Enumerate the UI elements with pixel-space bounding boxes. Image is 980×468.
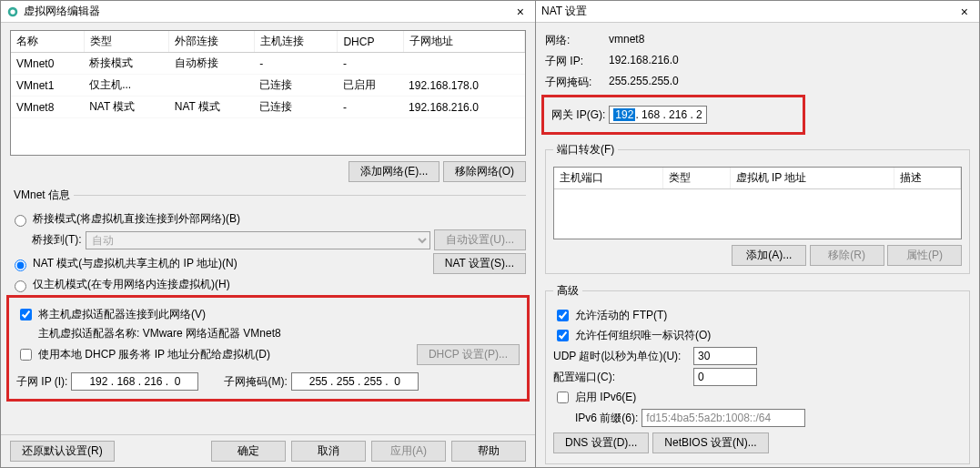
bridged-to-label: 桥接到(T): (32, 232, 82, 248)
subnet-mask-input[interactable] (291, 372, 419, 391)
col-type[interactable]: 类型 (663, 168, 730, 189)
port-forward-legend: 端口转发(F) (553, 142, 618, 158)
udp-timeout-label: UDP 超时(以秒为单位)(U): (553, 349, 690, 364)
help-button[interactable]: 帮助 (451, 441, 526, 462)
remove-network-button[interactable]: 移除网络(O) (443, 161, 526, 182)
dns-settings-button[interactable]: DNS 设置(D)... (553, 432, 649, 453)
ok-button[interactable]: 确定 (211, 441, 286, 462)
nat-settings-button[interactable]: NAT 设置(S)... (433, 253, 526, 274)
port-forward-table-container: 主机端口 类型 虚拟机 IP 地址 描述 (553, 167, 962, 239)
udp-timeout-input[interactable] (693, 347, 757, 365)
virtual-network-editor-window: 虚拟网络编辑器 × 名称 类型 外部连接 主机连接 DHCP 子网地址 (0, 0, 536, 468)
app-icon (6, 5, 19, 18)
netbios-settings-button[interactable]: NetBIOS 设置(N)... (652, 432, 768, 453)
gateway-highlight: 网关 IP(G): 192 . 168 . 216 . 2 (541, 95, 805, 135)
col-subnet[interactable]: 子网地址 (403, 31, 524, 53)
config-port-label: 配置端口(C): (553, 370, 690, 385)
gateway-ip-input[interactable]: 192 . 168 . 216 . 2 (609, 106, 706, 124)
adapter-name-line: 主机虚拟适配器名称: VMware 网络适配器 VMnet8 (38, 326, 520, 341)
col-host[interactable]: 主机连接 (254, 31, 338, 53)
col-external[interactable]: 外部连接 (169, 31, 255, 53)
table-row[interactable]: VMnet1仅主机...已连接已启用192.168.178.0 (11, 75, 525, 97)
col-dhcp[interactable]: DHCP (338, 31, 403, 53)
subnet-mask-label: 子网掩码(M): (224, 374, 287, 390)
bridged-mode-radio[interactable]: 桥接模式(将虚拟机直接连接到外部网络)(B) (10, 211, 240, 227)
advanced-legend: 高级 (553, 283, 582, 299)
network-label: 网络: (545, 33, 609, 48)
close-icon[interactable]: × (955, 5, 974, 19)
nat-mode-radio[interactable]: NAT 模式(与虚拟机共享主机的 IP 地址)(N) (10, 256, 237, 271)
network-value: vmnet8 (609, 33, 644, 48)
subnet-ip-input[interactable] (71, 372, 198, 391)
advanced-fieldset: 高级 允许活动的 FTP(T) 允许任何组织唯一标识符(O) UDP 超时(以秒… (545, 283, 970, 464)
remove-port-button[interactable]: 移除(R) (810, 245, 884, 266)
allow-ftp-checkbox[interactable]: 允许活动的 FTP(T) (553, 307, 667, 324)
subnet-ip-value: 192.168.216.0 (609, 54, 679, 69)
add-port-button[interactable]: 添加(A)... (732, 245, 806, 266)
vmnet-info-fieldset: VMnet 信息 桥接模式(将虚拟机直接连接到外部网络)(B) 桥接到(T): … (10, 188, 526, 411)
network-table-container: 名称 类型 外部连接 主机连接 DHCP 子网地址 VMnet0桥接模式自动桥接… (10, 30, 526, 156)
titlebar: 虚拟网络编辑器 × (1, 1, 535, 23)
col-name[interactable]: 名称 (11, 31, 84, 53)
subnet-mask-label: 子网掩码: (545, 75, 609, 90)
col-host-port[interactable]: 主机端口 (554, 168, 663, 189)
titlebar: NAT 设置 × (536, 1, 979, 23)
connect-adapter-checkbox[interactable]: 将主机虚拟适配器连接到此网络(V) (16, 306, 206, 323)
window-title: NAT 设置 (541, 4, 955, 19)
subnet-ip-label: 子网 IP: (545, 54, 609, 69)
col-vm-ip[interactable]: 虚拟机 IP 地址 (730, 168, 894, 189)
window-title: 虚拟网络编辑器 (24, 4, 511, 19)
config-port-input[interactable] (693, 368, 757, 386)
use-dhcp-checkbox[interactable]: 使用本地 DHCP 服务将 IP 地址分配给虚拟机(D) (16, 346, 270, 363)
bridged-to-select[interactable]: 自动 (86, 231, 431, 249)
gateway-label: 网关 IP(G): (551, 107, 605, 123)
auto-settings-button[interactable]: 自动设置(U)... (434, 229, 526, 250)
allow-org-checkbox[interactable]: 允许任何组织唯一标识符(O) (553, 327, 711, 344)
restore-defaults-button[interactable]: 还原默认设置(R) (10, 441, 115, 462)
subnet-ip-label: 子网 IP (I): (16, 374, 67, 390)
add-network-button[interactable]: 添加网络(E)... (349, 161, 439, 182)
table-row[interactable]: VMnet8NAT 模式NAT 模式已连接-192.168.216.0 (11, 97, 525, 118)
network-table[interactable]: 名称 类型 外部连接 主机连接 DHCP 子网地址 VMnet0桥接模式自动桥接… (11, 31, 525, 118)
dhcp-settings-button[interactable]: DHCP 设置(P)... (417, 344, 520, 365)
port-props-button[interactable]: 属性(P) (887, 245, 962, 266)
col-type[interactable]: 类型 (84, 31, 169, 53)
subnet-mask-value: 255.255.255.0 (609, 75, 679, 90)
ipv6-prefix-label: IPv6 前缀(6): (575, 411, 638, 426)
col-desc[interactable]: 描述 (894, 168, 960, 189)
nat-settings-window: NAT 设置 × 网络:vmnet8 子网 IP:192.168.216.0 子… (536, 0, 980, 468)
close-icon[interactable]: × (511, 5, 530, 19)
port-forward-table[interactable]: 主机端口 类型 虚拟机 IP 地址 描述 (554, 168, 961, 189)
hostonly-mode-radio[interactable]: 仅主机模式(在专用网络内连接虚拟机)(H) (10, 277, 230, 292)
enable-ipv6-checkbox[interactable]: 启用 IPv6(E) (553, 389, 636, 406)
highlighted-section: 将主机虚拟适配器连接到此网络(V) 主机虚拟适配器名称: VMware 网络适配… (6, 295, 530, 402)
apply-button[interactable]: 应用(A) (371, 441, 446, 462)
vmnet-info-legend: VMnet 信息 (10, 188, 74, 203)
cancel-button[interactable]: 取消 (291, 441, 366, 462)
svg-point-1 (10, 9, 15, 14)
gateway-octet1-selected[interactable]: 192 (613, 108, 635, 121)
ipv6-prefix-input[interactable] (642, 409, 805, 427)
table-row[interactable]: VMnet0桥接模式自动桥接-- (11, 53, 525, 75)
port-forward-fieldset: 端口转发(F) 主机端口 类型 虚拟机 IP 地址 描述 添加(A)... 移除… (545, 142, 970, 274)
